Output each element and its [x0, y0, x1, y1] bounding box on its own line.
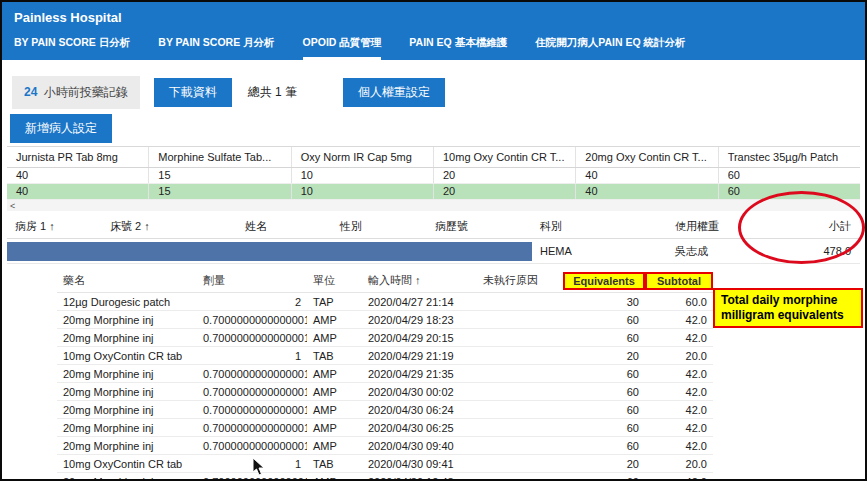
dose-value: 0.7000000000000001: [197, 402, 307, 418]
medication-row[interactable]: 12µg Durogesic patch 2 TAP 2020/04/27 21…: [57, 293, 713, 311]
medication-row[interactable]: 10mg OxyContin CR tab 1 TAB 2020/04/29 2…: [57, 347, 713, 365]
entry-time: 2020/04/29 21:19: [362, 348, 477, 364]
unit-value: AMP: [307, 474, 362, 481]
subtotal-value: 42.0: [645, 474, 713, 481]
summary-cell: 60: [719, 184, 860, 199]
equivalents-value: 60: [563, 366, 645, 382]
summary-cell: 10: [292, 184, 434, 199]
drug-name: 20mg Morphine inj: [57, 438, 197, 454]
toolbar: 24 小時前投藥記錄 下載資料 總共 1 筆 個人權重設定: [12, 76, 855, 109]
nav-tab[interactable]: OPOID 品質管理: [303, 36, 382, 60]
col-header-name[interactable]: 姓名: [237, 215, 332, 238]
unit-value: TAP: [307, 294, 362, 310]
history-hours-number: 24: [24, 85, 37, 99]
equivalents-value: 20: [563, 456, 645, 472]
total-count-label: 總共 1 筆: [248, 84, 297, 101]
subtotal-value: 20.0: [645, 456, 713, 472]
medication-row[interactable]: 20mg Morphine inj 0.7000000000000001 AMP…: [57, 401, 713, 419]
medication-row[interactable]: 20mg Morphine inj 0.7000000000000001 AMP…: [57, 473, 713, 481]
entry-time: 2020/04/29 21:35: [362, 366, 477, 382]
entry-time: 2020/04/30 06:25: [362, 420, 477, 436]
download-button[interactable]: 下載資料: [154, 78, 232, 107]
col-header-dose[interactable]: 劑量: [197, 270, 307, 291]
unit-value: AMP: [307, 384, 362, 400]
summary-cell: 20: [434, 184, 576, 199]
dose-value: 0.7000000000000001: [197, 474, 307, 481]
scroll-left-icon[interactable]: <: [10, 201, 15, 211]
summary-row[interactable]: 40 15 10 20 40 60: [7, 184, 860, 200]
summary-column-header: Morphine Sulfate Tab...: [149, 147, 291, 167]
entry-time: 2020/04/27 21:14: [362, 294, 477, 310]
medication-row[interactable]: 20mg Morphine inj 0.7000000000000001 AMP…: [57, 365, 713, 383]
subtotal-value: 42.0: [645, 402, 713, 418]
summary-cell: 15: [149, 184, 291, 199]
drug-name: 20mg Morphine inj: [57, 366, 197, 382]
col-header-weight-user[interactable]: 使用權重: [667, 215, 777, 238]
nav-tab[interactable]: 住院開刀病人PAIN EQ 統計分析: [535, 36, 685, 60]
equivalents-value: 20: [563, 348, 645, 364]
summary-table-body: 40 15 10 20 40 60 40 15 10 20 40 60: [7, 168, 860, 200]
col-header-bed[interactable]: 床號 2 ↑: [102, 215, 237, 238]
not-executed-reason: [477, 462, 563, 466]
col-header-sex[interactable]: 性別: [332, 215, 427, 238]
summary-column-header: Jurnista PR Tab 8mg: [7, 147, 149, 167]
summary-column-header: Transtec 35µg/h Patch: [719, 147, 860, 167]
not-executed-reason: [477, 372, 563, 376]
not-executed-reason: [477, 336, 563, 340]
not-executed-reason: [477, 444, 563, 448]
col-header-chart-number[interactable]: 病歷號: [427, 215, 532, 238]
not-executed-reason: [477, 426, 563, 430]
medication-row[interactable]: 20mg Morphine inj 0.7000000000000001 AMP…: [57, 437, 713, 455]
dose-value: 2: [197, 294, 307, 310]
entry-time: 2020/04/30 06:24: [362, 402, 477, 418]
subtotal-value: 42.0: [645, 438, 713, 454]
medication-row[interactable]: 20mg Morphine inj 0.7000000000000001 AMP…: [57, 419, 713, 437]
patient-row[interactable]: HEMA 吳志成 478.0: [7, 239, 860, 264]
detail-table-body: 12µg Durogesic patch 2 TAP 2020/04/27 21…: [57, 293, 713, 481]
not-executed-reason: [477, 300, 563, 304]
dose-value: 0.7000000000000001: [197, 312, 307, 328]
add-patient-button[interactable]: 新增病人設定: [10, 114, 112, 143]
summary-cell: 60: [719, 168, 860, 183]
subtotal-value: 20.0: [645, 348, 713, 364]
col-header-subtotal[interactable]: 小計: [777, 215, 859, 238]
drug-name: 20mg Morphine inj: [57, 474, 197, 481]
col-header-drug[interactable]: 藥名: [57, 270, 197, 291]
col-header-equivalents[interactable]: Equivalents: [563, 272, 645, 290]
entry-time: 2020/04/30 00:02: [362, 384, 477, 400]
nav-tab[interactable]: PAIN EQ 基本檔維護: [409, 36, 507, 60]
entry-time: 2020/04/30 12:48: [362, 474, 477, 481]
app-header: Painless Hospital BY PAIN SCORE 日分析 BY P…: [2, 2, 865, 60]
equivalents-value: 60: [563, 420, 645, 436]
summary-cell: 40: [7, 168, 149, 183]
unit-value: AMP: [307, 330, 362, 346]
medication-row[interactable]: 20mg Morphine inj 0.7000000000000001 AMP…: [57, 311, 713, 329]
unit-value: AMP: [307, 366, 362, 382]
medication-row[interactable]: 10mg OxyContin CR tab 1 TAB 2020/04/30 0…: [57, 455, 713, 473]
summary-cell: 40: [576, 184, 718, 199]
col-header-unit[interactable]: 單位: [307, 270, 362, 291]
summary-row[interactable]: 40 15 10 20 40 60: [7, 168, 860, 184]
drug-name: 20mg Morphine inj: [57, 420, 197, 436]
col-header-not-executed-reason[interactable]: 未執行原因: [477, 270, 563, 291]
entry-time: 2020/04/30 09:41: [362, 456, 477, 472]
history-filter-box: 24 小時前投藥記錄: [12, 76, 140, 109]
col-header-ward[interactable]: 病房 1 ↑: [7, 215, 102, 238]
patient-department: HEMA: [532, 241, 667, 261]
entry-time: 2020/04/29 20:15: [362, 330, 477, 346]
dose-value: 1: [197, 348, 307, 364]
nav-tab[interactable]: BY PAIN SCORE 月分析: [158, 36, 274, 60]
medication-detail-table: 藥名 劑量 單位 輸入時間 ↑ 未執行原因 Equivalents Subtot…: [57, 270, 713, 481]
col-header-entry-time[interactable]: 輸入時間 ↑: [362, 270, 477, 291]
dose-value: 0.7000000000000001: [197, 438, 307, 454]
nav-tab[interactable]: BY PAIN SCORE 日分析: [14, 36, 130, 60]
equivalents-value: 60: [563, 402, 645, 418]
medication-row[interactable]: 20mg Morphine inj 0.7000000000000001 AMP…: [57, 383, 713, 401]
personal-weight-settings-button[interactable]: 個人權重設定: [343, 78, 445, 107]
col-header-department[interactable]: 科別: [532, 215, 667, 238]
medication-row[interactable]: 20mg Morphine inj 0.7000000000000001 AMP…: [57, 329, 713, 347]
unit-value: AMP: [307, 420, 362, 436]
app-title: Painless Hospital: [14, 10, 853, 25]
horizontal-scrollbar[interactable]: <: [7, 200, 860, 211]
col-header-subtotal[interactable]: Subtotal: [645, 272, 713, 290]
